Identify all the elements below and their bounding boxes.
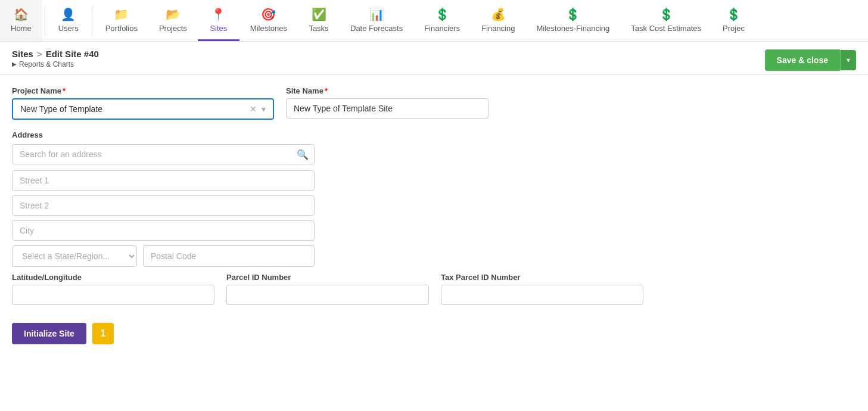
reports-label: Reports & Charts (19, 60, 74, 68)
project-name-input[interactable] (18, 99, 247, 119)
parcel-input[interactable] (226, 285, 429, 305)
site-name-required: * (325, 86, 328, 95)
sites-icon: 📍 (211, 7, 226, 21)
address-search-input[interactable] (12, 144, 315, 164)
bottom-bar: Initialize Site 1 (12, 323, 856, 344)
latlng-parcel-row: Latitude/Longitude Parcel ID Number Tax … (12, 273, 856, 305)
task-cost-estimates-icon: 💲 (659, 7, 674, 21)
nav-users[interactable]: 👤 Users (48, 0, 89, 41)
tasks-icon: ✅ (312, 7, 326, 21)
nav-date-forecasts[interactable]: 📊 Date Forecasts (340, 0, 413, 41)
nav-task-cost-estimates[interactable]: 💲 Task Cost Estimates (620, 0, 712, 41)
nav-users-label: Users (58, 24, 79, 33)
nav-projec-label: Projec (723, 24, 745, 33)
nav-divider-1 (45, 6, 45, 36)
nav-milestones[interactable]: 🎯 Milestones (239, 0, 298, 41)
nav-divider-2 (92, 6, 92, 36)
project-site-row: Project Name* ✕ ▾ Site Name* (12, 86, 856, 120)
postal-input[interactable] (143, 245, 315, 267)
nav-financing[interactable]: 💰 Financing (471, 0, 525, 41)
financing-icon: 💰 (491, 7, 506, 21)
nav-tasks[interactable]: ✅ Tasks (298, 0, 340, 41)
save-close-button[interactable]: Save & close (765, 49, 840, 71)
nav-task-cost-estimates-label: Task Cost Estimates (631, 24, 701, 33)
top-nav: 🏠 Home 👤 Users 📁 Portfolios 📂 Projects 📍… (0, 0, 868, 42)
nav-milestones-financing-label: Milestones-Financing (537, 24, 610, 33)
site-name-group: Site Name* (286, 86, 489, 120)
tax-parcel-group: Tax Parcel ID Number (441, 273, 643, 305)
nav-home-label: Home (11, 24, 32, 33)
tax-parcel-input[interactable] (441, 285, 643, 305)
nav-financing-label: Financing (481, 24, 515, 33)
tax-parcel-label: Tax Parcel ID Number (441, 273, 643, 282)
dropdown-arrow-icon[interactable]: ▾ (259, 104, 268, 114)
address-fields: Select a State/Region... (12, 170, 315, 267)
street2-input[interactable] (12, 195, 315, 216)
clear-icon[interactable]: ✕ (247, 104, 259, 114)
home-icon: 🏠 (14, 7, 29, 21)
nav-date-forecasts-label: Date Forecasts (350, 24, 403, 33)
project-name-dropdown[interactable]: ✕ ▾ (12, 98, 274, 120)
milestones-icon: 🎯 (261, 7, 276, 21)
parcel-label: Parcel ID Number (226, 273, 429, 282)
nav-projects-label: Projects (159, 24, 187, 33)
nav-financiers[interactable]: 💲 Financiers (413, 0, 471, 41)
breadcrumb-area: Sites > Edit Site #40 ▶ Reports & Charts (12, 49, 99, 72)
street1-input[interactable] (12, 170, 315, 191)
address-label: Address (12, 130, 856, 139)
state-postal-row: Select a State/Region... (12, 245, 315, 267)
nav-portfolios-label: Portfolios (105, 24, 138, 33)
nav-projects[interactable]: 📂 Projects (148, 0, 198, 41)
projects-icon: 📂 (166, 7, 181, 21)
site-name-label: Site Name* (286, 86, 489, 95)
page-header: Sites > Edit Site #40 ▶ Reports & Charts… (0, 42, 868, 74)
parcel-group: Parcel ID Number (226, 273, 429, 305)
address-search-container: 🔍 (12, 144, 315, 164)
nav-sites[interactable]: 📍 Sites (198, 0, 239, 41)
project-name-label: Project Name* (12, 86, 274, 95)
financiers-icon: 💲 (435, 7, 450, 21)
nav-financiers-label: Financiers (424, 24, 460, 33)
projec-icon: 💲 (726, 7, 741, 21)
main-content: Project Name* ✕ ▾ Site Name* Address (0, 74, 868, 356)
reports-arrow-icon: ▶ (12, 61, 17, 67)
breadcrumb: Sites > Edit Site #40 (12, 49, 99, 59)
users-icon: 👤 (61, 7, 76, 21)
project-name-group: Project Name* ✕ ▾ (12, 86, 274, 120)
page-wrapper: Sites > Edit Site #40 ▶ Reports & Charts… (0, 42, 868, 411)
milestones-financing-icon: 💲 (565, 7, 580, 21)
search-icon: 🔍 (297, 149, 309, 160)
breadcrumb-parent[interactable]: Sites (12, 49, 33, 59)
date-forecasts-icon: 📊 (369, 7, 384, 21)
nav-milestones-label: Milestones (250, 24, 287, 33)
latlng-group: Latitude/Longitude (12, 273, 214, 305)
state-select[interactable]: Select a State/Region... (12, 245, 137, 267)
nav-projec[interactable]: 💲 Projec (712, 0, 755, 41)
nav-milestones-financing[interactable]: 💲 Milestones-Financing (526, 0, 621, 41)
project-name-required: * (63, 86, 66, 95)
nav-portfolios[interactable]: 📁 Portfolios (95, 0, 148, 41)
nav-home[interactable]: 🏠 Home (0, 0, 42, 41)
badge-number: 1 (92, 323, 114, 344)
portfolios-icon: 📁 (114, 7, 129, 21)
breadcrumb-current: Edit Site #40 (46, 49, 99, 59)
save-btn-group: Save & close ▾ (765, 49, 856, 71)
latlng-input[interactable] (12, 285, 214, 305)
latlng-label: Latitude/Longitude (12, 273, 214, 282)
save-dropdown-button[interactable]: ▾ (840, 50, 856, 70)
site-name-input[interactable] (286, 98, 489, 119)
nav-tasks-label: Tasks (309, 24, 328, 33)
address-section: Address 🔍 Select a State/Region... (12, 130, 856, 267)
city-input[interactable] (12, 220, 315, 241)
reports-toggle[interactable]: ▶ Reports & Charts (12, 60, 99, 72)
nav-sites-label: Sites (210, 24, 227, 33)
breadcrumb-separator: > (37, 49, 42, 59)
initialize-site-button[interactable]: Initialize Site (12, 323, 86, 344)
